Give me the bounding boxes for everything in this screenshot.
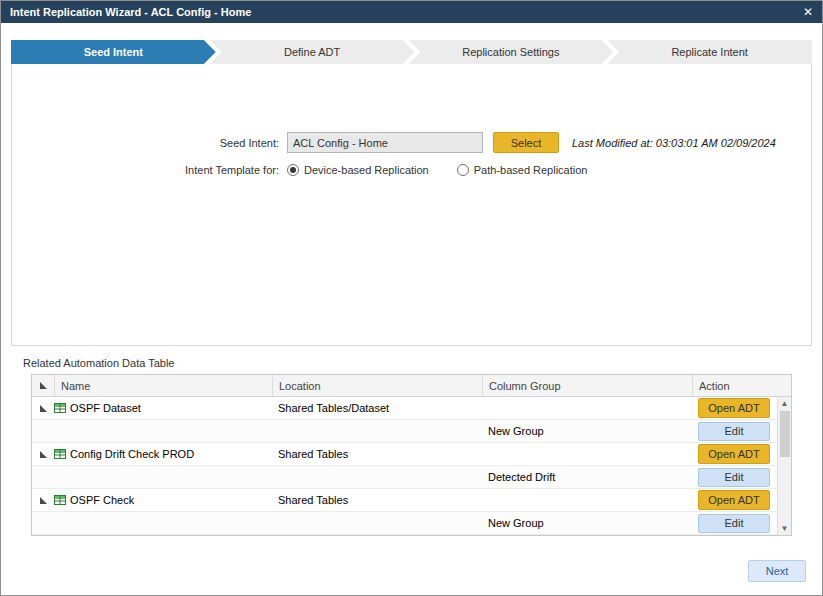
header-action: Action: [692, 375, 791, 396]
close-icon[interactable]: ✕: [803, 6, 813, 18]
step-label: Seed Intent: [84, 46, 143, 58]
edit-button[interactable]: Edit: [698, 422, 770, 441]
adt-location: Shared Tables/Dataset: [272, 402, 482, 414]
row-expand-toggle[interactable]: [32, 451, 54, 458]
row-expand-toggle[interactable]: [32, 405, 54, 412]
open-adt-button[interactable]: Open ADT: [698, 444, 770, 464]
seed-intent-input[interactable]: [287, 132, 483, 153]
step-label: Replication Settings: [462, 46, 559, 58]
scrollbar-thumb[interactable]: [780, 411, 790, 457]
step-seed-intent[interactable]: Seed Intent: [11, 40, 216, 64]
adt-name: OSPF Check: [70, 494, 134, 506]
adt-column-group: New Group: [482, 425, 692, 437]
adt-section-title: Related Automation Data Table: [23, 357, 822, 369]
edit-button[interactable]: Edit: [698, 468, 770, 487]
open-adt-button[interactable]: Open ADT: [698, 398, 770, 418]
header-column-group: Column Group: [482, 375, 692, 396]
step-define-adt[interactable]: Define ADT: [210, 40, 415, 64]
radio-selected-icon: [287, 164, 299, 176]
radio-path-based[interactable]: Path-based Replication: [457, 164, 588, 176]
adt-column-group: New Group: [482, 517, 692, 529]
seed-intent-panel: Seed Intent: Select Last Modified at: 03…: [11, 64, 812, 346]
radio-path-label: Path-based Replication: [474, 164, 588, 176]
expand-icon: [40, 405, 47, 412]
open-adt-button[interactable]: Open ADT: [698, 490, 770, 510]
header-collapse-all[interactable]: [32, 375, 54, 396]
collapse-icon: [40, 382, 47, 389]
adt-column-group: Detected Drift: [482, 471, 692, 483]
wizard-steps: Seed Intent Define ADT Replication Setti…: [11, 40, 812, 64]
header-location: Location: [272, 375, 482, 396]
table-row[interactable]: OSPF Check Shared Tables Open ADT: [32, 489, 791, 512]
adt-name: OSPF Dataset: [70, 402, 141, 414]
radio-unselected-icon: [457, 164, 469, 176]
seed-intent-label: Seed Intent:: [12, 137, 287, 149]
table-row[interactable]: Detected Drift Edit: [32, 466, 791, 489]
seed-intent-row: Seed Intent: Select Last Modified at: 03…: [12, 132, 811, 153]
adt-table: Name Location Column Group Action OSPF D…: [31, 374, 792, 536]
intent-template-label: Intent Template for:: [12, 164, 287, 176]
radio-device-based[interactable]: Device-based Replication: [287, 164, 429, 176]
adt-table-icon: [54, 494, 66, 506]
select-button[interactable]: Select: [493, 132, 559, 153]
adt-table-icon: [54, 448, 66, 460]
dialog-titlebar: Intent Replication Wizard - ACL Config -…: [1, 1, 822, 23]
table-row[interactable]: New Group Edit: [32, 512, 791, 535]
adt-location: Shared Tables: [272, 448, 482, 460]
adt-table-icon: [54, 402, 66, 414]
row-expand-toggle[interactable]: [32, 497, 54, 504]
dialog-title: Intent Replication Wizard - ACL Config -…: [10, 6, 251, 18]
table-row[interactable]: Config Drift Check PROD Shared Tables Op…: [32, 443, 791, 466]
intent-template-row: Intent Template for: Device-based Replic…: [12, 164, 811, 176]
step-replicate-intent[interactable]: Replicate Intent: [607, 40, 812, 64]
edit-button[interactable]: Edit: [698, 514, 770, 533]
step-replication-settings[interactable]: Replication Settings: [409, 40, 614, 64]
radio-device-label: Device-based Replication: [304, 164, 429, 176]
adt-name: Config Drift Check PROD: [70, 448, 194, 460]
expand-icon: [40, 497, 47, 504]
table-row[interactable]: New Group Edit: [32, 420, 791, 443]
table-row[interactable]: OSPF Dataset Shared Tables/Dataset Open …: [32, 397, 791, 420]
step-label: Define ADT: [284, 46, 340, 58]
step-label: Replicate Intent: [671, 46, 747, 58]
adt-table-header: Name Location Column Group Action: [32, 375, 791, 397]
last-modified-text: Last Modified at: 03:03:01 AM 02/09/2024: [572, 137, 776, 149]
adt-location: Shared Tables: [272, 494, 482, 506]
table-scrollbar[interactable]: ▲ ▼: [777, 397, 791, 535]
header-name: Name: [54, 375, 272, 396]
scroll-up-icon[interactable]: ▲: [781, 397, 789, 410]
next-button[interactable]: Next: [748, 560, 806, 582]
scroll-down-icon[interactable]: ▼: [781, 522, 789, 535]
expand-icon: [40, 451, 47, 458]
